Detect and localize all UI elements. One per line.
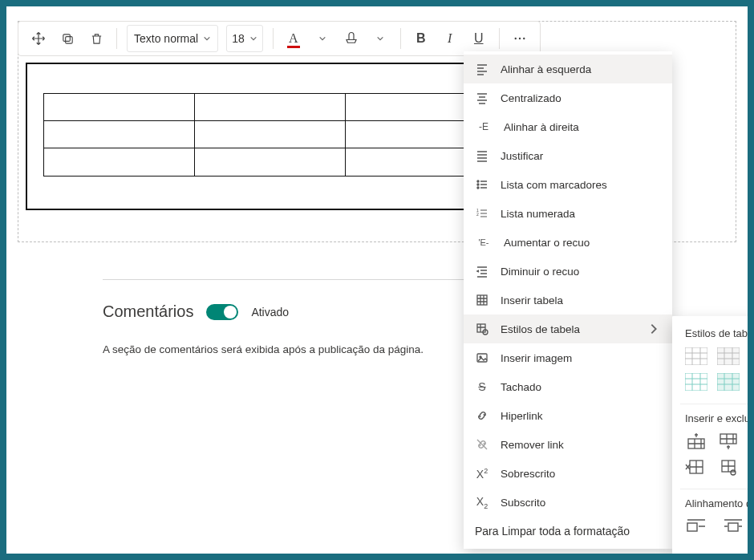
table-cell[interactable] — [195, 148, 346, 176]
svg-rect-25 — [748, 373, 754, 379]
table-cell[interactable] — [44, 94, 195, 120]
table-cell[interactable] — [44, 121, 195, 148]
menu-item-clear-formatting[interactable]: Para Limpar toda a formatação — [464, 517, 672, 546]
underline-button[interactable]: U — [465, 25, 493, 52]
italic-button[interactable]: I — [436, 25, 464, 52]
image-icon — [475, 351, 489, 365]
menu-item-unlink[interactable]: Remover link — [464, 430, 672, 459]
font-size-select[interactable]: 18 — [226, 25, 263, 52]
section-divider — [103, 279, 480, 280]
svg-rect-11 — [477, 324, 485, 332]
table-cell[interactable] — [195, 94, 346, 120]
menu-item-insert-table[interactable]: Inserir tabela — [464, 286, 672, 314]
align-justify-icon — [475, 148, 489, 163]
table-row — [44, 121, 497, 148]
table-style-teal-light[interactable] — [717, 373, 740, 391]
table-style-teal-header[interactable] — [748, 373, 754, 391]
highlight-button[interactable] — [338, 25, 365, 52]
move-handle-icon[interactable] — [25, 25, 52, 52]
menu-item-strike[interactable]: S Tachado — [464, 372, 672, 401]
submenu-divider — [680, 404, 754, 404]
subscript-icon: X2 — [475, 495, 489, 509]
menu-item-indent-increase[interactable]: 'E- Aumentar o recuo — [464, 228, 672, 257]
table-align-left-icon[interactable] — [685, 517, 707, 535]
menu-item-subscript[interactable]: X2 Subscrito — [464, 488, 672, 517]
text-webpart[interactable] — [26, 63, 499, 210]
menu-item-indent-decrease[interactable]: Diminuir o recuo — [464, 257, 672, 286]
svg-point-3 — [519, 38, 521, 39]
menu-item-align-right[interactable]: -E Alinhar à direita — [464, 112, 672, 141]
menu-item-align-center[interactable]: Centralizado — [464, 83, 672, 112]
table-row — [44, 148, 497, 176]
menu-item-label: Subscrito — [501, 497, 545, 509]
table-cell[interactable] — [44, 148, 195, 176]
chevron-right-icon — [647, 322, 661, 336]
unlink-icon — [475, 437, 489, 452]
svg-rect-26 — [748, 379, 754, 391]
menu-item-label: Diminuir o recuo — [501, 266, 579, 278]
app-frame: Texto normal 18 A B I U — [0, 0, 754, 560]
insert-row-below-icon[interactable] — [717, 432, 740, 450]
superscript-icon: X2 — [475, 466, 489, 481]
table-style-plain[interactable] — [685, 347, 707, 365]
submenu-title-insert: Inserir e excluir — [685, 412, 754, 424]
highlight-chevron[interactable] — [367, 25, 394, 52]
comments-toggle[interactable] — [206, 304, 238, 320]
table[interactable] — [43, 93, 497, 177]
svg-rect-24 — [717, 373, 740, 391]
menu-item-justify[interactable]: Justificar — [464, 141, 672, 170]
submenu-title-styles: Estilos de tabela — [685, 327, 754, 339]
insert-row-above-icon[interactable] — [685, 432, 707, 450]
comments-toggle-label: Ativado — [251, 306, 289, 319]
more-options-button[interactable] — [506, 25, 533, 52]
svg-rect-39 — [687, 523, 697, 531]
menu-item-align-left[interactable]: Alinhar à esquerda — [464, 55, 672, 83]
bullet-list-icon — [475, 177, 489, 192]
table-cell[interactable] — [195, 121, 346, 148]
menu-item-superscript[interactable]: X2 Sobrescrito — [464, 459, 672, 488]
font-color-chevron[interactable] — [309, 25, 336, 52]
table-style-subtle[interactable] — [717, 347, 740, 365]
svg-rect-1 — [63, 34, 70, 41]
svg-point-7 — [477, 187, 479, 189]
menu-item-bullet-list[interactable]: Lista com marcadores — [464, 170, 672, 199]
table-style-teal-border[interactable] — [685, 373, 707, 391]
text-style-select[interactable]: Texto normal — [127, 25, 218, 52]
menu-item-numbered-list[interactable]: 12 Lista numerada — [464, 199, 672, 228]
formatting-toolbar: Texto normal 18 A B I U — [18, 21, 541, 56]
delete-col-icon[interactable] — [717, 458, 740, 476]
svg-rect-15 — [685, 347, 707, 365]
svg-rect-18 — [748, 353, 754, 365]
insert-col-left-icon[interactable] — [748, 432, 754, 450]
align-center-icon — [475, 91, 489, 105]
link-icon — [475, 408, 489, 423]
numbered-list-icon: 12 — [475, 206, 489, 221]
table-style-header-gray[interactable] — [748, 347, 754, 365]
menu-item-label: Alinhar à esquerda — [501, 63, 591, 75]
indent-decrease-icon — [475, 264, 489, 278]
font-color-button[interactable]: A — [280, 25, 307, 52]
menu-item-label: Justificar — [501, 150, 543, 162]
menu-item-label: Para Limpar toda a formatação — [475, 525, 630, 538]
style-swatches — [680, 347, 754, 400]
svg-text:2: 2 — [476, 212, 479, 217]
more-options-menu: Alinhar à esquerda Centralizado -E Alinh… — [464, 51, 672, 549]
menu-item-label: Sobrescrito — [501, 468, 555, 480]
bold-button[interactable]: B — [407, 25, 435, 52]
svg-point-6 — [477, 184, 479, 185]
delete-icon[interactable] — [83, 25, 110, 52]
insert-delete-buttons — [680, 432, 754, 485]
delete-row-icon[interactable] — [685, 458, 707, 476]
align-right-icon: -E — [475, 120, 493, 134]
text-style-value: Texto normal — [134, 32, 198, 45]
svg-point-5 — [477, 181, 479, 182]
menu-item-table-styles[interactable]: Estilos de tabela — [464, 314, 672, 343]
menu-item-insert-image[interactable]: Inserir imagem — [464, 343, 672, 372]
menu-item-hyperlink[interactable]: Hiperlink — [464, 401, 672, 430]
table-styles-icon — [475, 322, 489, 336]
table-align-center-icon[interactable] — [722, 517, 744, 535]
svg-point-38 — [731, 470, 736, 475]
menu-item-label: Lista com marcadores — [501, 179, 607, 191]
duplicate-icon[interactable] — [54, 25, 81, 52]
chevron-down-icon — [249, 34, 257, 43]
